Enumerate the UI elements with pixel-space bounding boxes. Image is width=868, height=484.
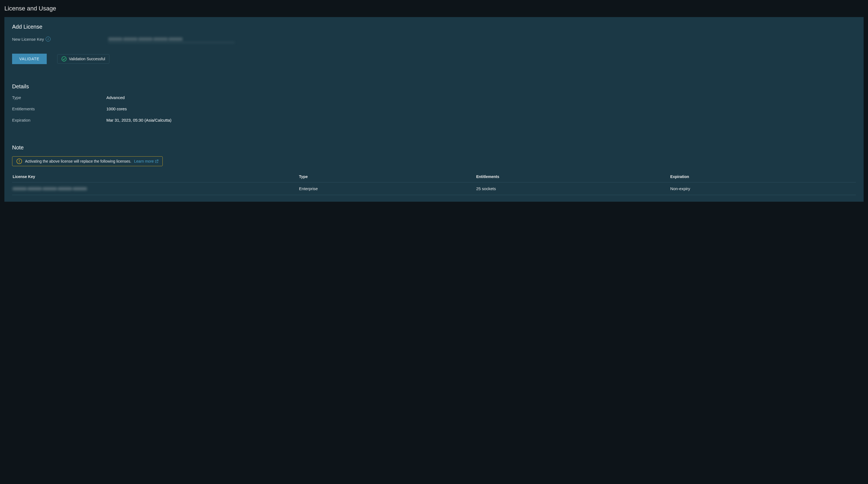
page-title: License and Usage [0,0,868,17]
td-entitlements: 25 sockets [476,182,670,195]
details-grid: Type Advanced Entitlements 1000 cores Ex… [12,95,856,122]
detail-entitlements-label: Entitlements [12,107,106,111]
info-icon[interactable]: i [45,37,51,41]
validation-status-text: Validation Successful [69,57,105,61]
validate-button[interactable]: VALIDATE [12,54,47,64]
warning-icon [16,158,22,164]
th-type: Type [299,171,476,182]
learn-more-link[interactable]: Learn more [134,159,159,164]
learn-more-text: Learn more [134,159,154,164]
detail-expiration-value: Mar 31, 2023, 05:30 (Asia/Calcutta) [106,118,172,122]
th-license-key: License Key [12,171,299,182]
note-message: Activating the above license will replac… [25,159,131,164]
svg-point-3 [19,162,20,163]
new-license-key-label-text: New License Key [12,37,44,41]
license-panel: Add License New License Key i VALIDATE V… [4,17,864,202]
note-heading: Note [12,144,856,151]
detail-row-entitlements: Entitlements 1000 cores [12,107,856,111]
th-entitlements: Entitlements [476,171,670,182]
td-license-key: XXXXX-XXXXX-XXXXX-XXXXX-XXXXX [12,182,299,195]
details-heading: Details [12,83,856,90]
check-circle-icon [61,56,67,62]
new-license-key-row: New License Key i [12,35,856,42]
licenses-table: License Key Type Entitlements Expiration… [12,171,856,195]
detail-entitlements-value: 1000 cores [106,107,127,111]
detail-row-type: Type Advanced [12,95,856,100]
add-license-heading: Add License [12,24,856,30]
detail-type-value: Advanced [106,95,125,100]
detail-expiration-label: Expiration [12,118,106,122]
table-header-row: License Key Type Entitlements Expiration [12,171,856,182]
td-type: Enterprise [299,182,476,195]
table-row: XXXXX-XXXXX-XXXXX-XXXXX-XXXXX Enterprise… [12,182,856,195]
license-key-input[interactable] [108,35,235,42]
validate-row: VALIDATE Validation Successful [12,54,856,64]
th-expiration: Expiration [671,171,856,182]
new-license-key-label: New License Key i [12,37,108,41]
td-expiration: Non-expiry [671,182,856,195]
validation-status-badge: Validation Successful [57,54,110,63]
external-link-icon [155,159,159,163]
detail-type-label: Type [12,95,106,100]
svg-point-0 [62,57,66,61]
note-alert: Activating the above license will replac… [12,156,163,166]
detail-row-expiration: Expiration Mar 31, 2023, 05:30 (Asia/Cal… [12,118,856,122]
